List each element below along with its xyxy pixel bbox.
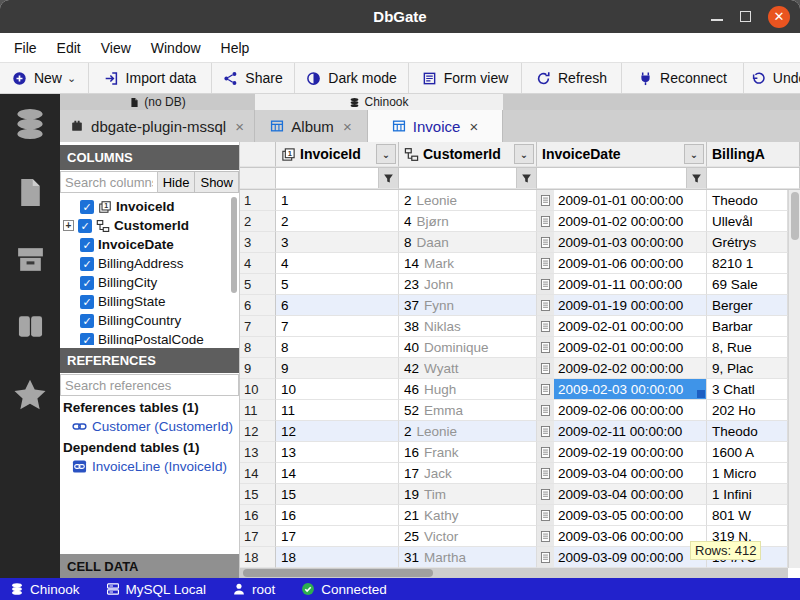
column-item-invoiceid[interactable]: ✓1InvoiceId xyxy=(60,197,239,216)
cell-customerid[interactable]: 2Leonie xyxy=(399,190,537,211)
toolbar-button-dark-mode[interactable]: Dark mode xyxy=(295,63,409,93)
grid-column-header-customerid[interactable]: CustomerId⌄ xyxy=(399,142,537,167)
grid-column-header-invoicedate[interactable]: InvoiceDate⌄ xyxy=(537,142,707,167)
cell-customerid[interactable]: 16Frank xyxy=(399,442,537,463)
cell-invoicedate[interactable]: 2009-03-04 00:00:00 xyxy=(537,484,707,505)
tab-close-icon[interactable]: × xyxy=(469,118,478,135)
column-item-billingpostalcode[interactable]: ✓BillingPostalCode xyxy=(60,330,239,345)
checkbox-icon[interactable]: ✓ xyxy=(80,314,94,328)
tab-invoice[interactable]: Invoice× xyxy=(368,110,503,142)
status-root[interactable]: root xyxy=(232,582,275,597)
sidebar-book-icon[interactable] xyxy=(14,310,47,343)
cell-billingaddress[interactable]: 1 Micro xyxy=(707,463,788,484)
close-icon[interactable]: ✕ xyxy=(768,6,790,28)
cell-customerid[interactable]: 25Victor xyxy=(399,526,537,547)
cell-billingaddress[interactable]: 8, Rue xyxy=(707,337,788,358)
column-menu-chevron-icon[interactable]: ⌄ xyxy=(684,144,704,164)
cell-invoiceid[interactable]: 4 xyxy=(276,253,399,274)
column-item-customerid[interactable]: +✓CustomerId xyxy=(60,216,239,235)
filter-input-billinga[interactable] xyxy=(707,168,799,188)
cell-invoiceid[interactable]: 11 xyxy=(276,400,399,421)
cell-billingaddress[interactable]: Barbar xyxy=(707,316,788,337)
grid-column-header-billinga[interactable]: BillingA xyxy=(707,142,800,167)
cell-customerid[interactable]: 42Wyatt xyxy=(399,358,537,379)
cell-customerid[interactable]: 14Mark xyxy=(399,253,537,274)
menu-item-view[interactable]: View xyxy=(91,36,141,60)
sidebar-archive-icon[interactable] xyxy=(14,243,47,276)
cell-customerid[interactable]: 31Martha xyxy=(399,547,537,568)
cell-customerid[interactable]: 17Jack xyxy=(399,463,537,484)
tab-album[interactable]: Album× xyxy=(255,110,368,142)
cell-invoiceid[interactable]: 18 xyxy=(276,547,399,568)
toolbar-button-share[interactable]: Share xyxy=(212,63,295,93)
cell-invoicedate[interactable]: 2009-03-09 00:00:00 xyxy=(537,547,707,568)
sidebar-file-icon[interactable] xyxy=(14,176,47,209)
toolbar-button-import-data[interactable]: Import data xyxy=(89,63,212,93)
column-item-billingstate[interactable]: ✓BillingState xyxy=(60,292,239,311)
menu-item-help[interactable]: Help xyxy=(211,36,260,60)
cell-invoiceid[interactable]: 9 xyxy=(276,358,399,379)
cell-invoiceid[interactable]: 3 xyxy=(276,232,399,253)
filter-input-invoicedate[interactable] xyxy=(537,168,686,188)
status-mysql-local[interactable]: MySQL Local xyxy=(106,582,207,597)
cell-invoicedate[interactable]: 2009-02-02 00:00:00 xyxy=(537,358,707,379)
column-menu-chevron-icon[interactable]: ⌄ xyxy=(376,144,396,164)
toolbar-button-refresh[interactable]: Refresh xyxy=(522,63,622,93)
cell-invoicedate[interactable]: 2009-01-02 00:00:00 xyxy=(537,211,707,232)
cell-invoicedate[interactable]: 2009-01-06 00:00:00 xyxy=(537,253,707,274)
expand-icon[interactable]: + xyxy=(63,220,74,231)
checkbox-icon[interactable]: ✓ xyxy=(78,219,92,233)
cell-billingaddress[interactable]: 9, Plac xyxy=(707,358,788,379)
menu-item-window[interactable]: Window xyxy=(141,36,211,60)
checkbox-icon[interactable]: ✓ xyxy=(80,333,94,346)
cell-customerid[interactable]: 8Daan xyxy=(399,232,537,253)
checkbox-icon[interactable]: ✓ xyxy=(80,295,94,309)
selected-cell[interactable]: 2009-02-03 00:00:00 xyxy=(537,379,707,400)
toolbar-button-reconnect[interactable]: Reconnect xyxy=(622,63,744,93)
checkbox-icon[interactable]: ✓ xyxy=(80,238,94,252)
cell-customerid[interactable]: 21Kathy xyxy=(399,505,537,526)
filter-funnel-icon[interactable] xyxy=(378,168,398,188)
filter-input-invoiceid[interactable] xyxy=(276,168,378,188)
cell-billingaddress[interactable]: 1600 A xyxy=(707,442,788,463)
hide-button[interactable]: Hide xyxy=(158,171,196,193)
cell-invoiceid[interactable]: 15 xyxy=(276,484,399,505)
cell-invoiceid[interactable]: 16 xyxy=(276,505,399,526)
toolbar-button-form-view[interactable]: Form view xyxy=(409,63,522,93)
column-item-billingaddress[interactable]: ✓BillingAddress xyxy=(60,254,239,273)
cell-invoicedate[interactable]: 2009-02-19 00:00:00 xyxy=(537,442,707,463)
menu-item-file[interactable]: File xyxy=(4,36,47,60)
sidebar-star-icon[interactable] xyxy=(12,377,48,413)
cell-invoicedate[interactable]: 2009-03-05 00:00:00 xyxy=(537,505,707,526)
cell-billingaddress[interactable]: Theodo xyxy=(707,190,788,211)
tab-group-nodb[interactable]: (no DB) xyxy=(60,94,255,110)
tab-close-icon[interactable]: × xyxy=(235,118,244,135)
column-item-billingcountry[interactable]: ✓BillingCountry xyxy=(60,311,239,330)
vertical-scrollbar[interactable] xyxy=(788,190,800,568)
menu-item-edit[interactable]: Edit xyxy=(47,36,91,60)
tab-close-icon[interactable]: × xyxy=(343,118,352,135)
toolbar-button-undo[interactable]: Undo xyxy=(744,63,800,93)
cell-customerid[interactable]: 40Dominique xyxy=(399,337,537,358)
cell-invoiceid[interactable]: 14 xyxy=(276,463,399,484)
minimize-icon[interactable] xyxy=(711,19,723,21)
reference-link-customer[interactable]: Customer (CustomerId) xyxy=(60,417,239,436)
cell-billingaddress[interactable]: Ullevål xyxy=(707,211,788,232)
cell-invoiceid[interactable]: 5 xyxy=(276,274,399,295)
tab-dbgate-plugin-mssql[interactable]: dbgate-plugin-mssql× xyxy=(60,110,255,142)
columns-scrollbar[interactable] xyxy=(231,197,237,293)
cell-invoicedate[interactable]: 2009-02-01 00:00:00 xyxy=(537,337,707,358)
tab-group-chinook[interactable]: Chinook xyxy=(255,94,503,110)
cell-invoicedate[interactable]: 2009-01-19 00:00:00 xyxy=(537,295,707,316)
checkbox-icon[interactable]: ✓ xyxy=(80,200,94,214)
cell-invoicedate[interactable]: 2009-03-06 00:00:00 xyxy=(537,526,707,547)
cell-invoicedate[interactable]: 2009-03-04 00:00:00 xyxy=(537,463,707,484)
cell-invoicedate[interactable]: 2009-01-11 00:00:00 xyxy=(537,274,707,295)
cell-billingaddress[interactable]: 801 W xyxy=(707,505,788,526)
column-item-invoicedate[interactable]: ✓InvoiceDate xyxy=(60,235,239,254)
search-references-input[interactable] xyxy=(60,374,239,396)
toolbar-button-new[interactable]: New⌄ xyxy=(0,63,89,93)
cell-invoiceid[interactable]: 6 xyxy=(276,295,399,316)
cell-billingaddress[interactable]: Grétrys xyxy=(707,232,788,253)
status-chinook[interactable]: Chinook xyxy=(10,582,80,597)
